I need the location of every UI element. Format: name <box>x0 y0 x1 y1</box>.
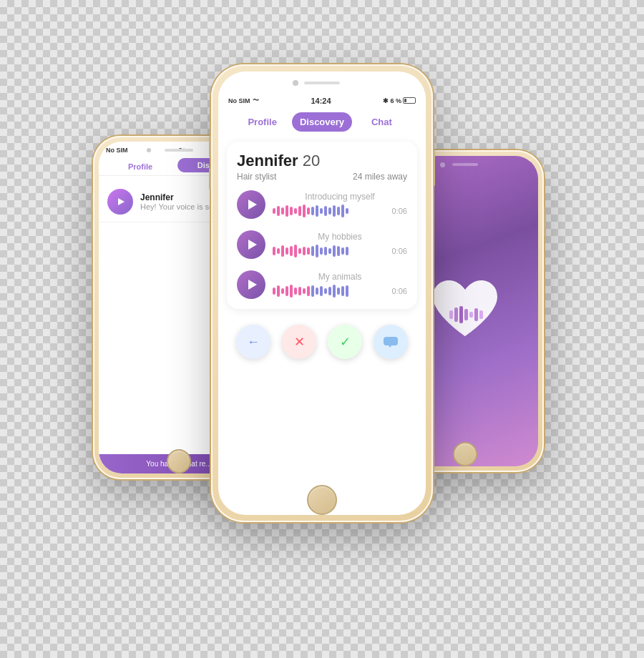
svg-rect-3 <box>454 308 458 322</box>
carrier-center: No SIM 〜 <box>228 96 259 105</box>
svg-rect-2 <box>449 310 453 319</box>
play-btn-3[interactable] <box>237 270 265 299</box>
profile-name: Jennifer <box>237 152 298 170</box>
volume-up-btn[interactable] <box>91 193 93 211</box>
phones-container: No SIM 〜 14:25 Profile Discovery Jennife… <box>79 21 565 637</box>
profile-sub: Hair stylist 24 miles away <box>237 172 407 182</box>
profile-header: Jennifer 20 Hair stylist 24 miles away <box>237 152 407 182</box>
profile-name-line: Jennifer 20 <box>237 152 407 170</box>
waveform-2: 0:06 <box>273 245 407 257</box>
svg-rect-0 <box>384 337 398 345</box>
tab-profile-center[interactable]: Profile <box>233 112 292 134</box>
power-btn-right[interactable] <box>544 207 546 236</box>
audio-duration-2: 0:06 <box>392 247 407 255</box>
home-btn-center[interactable] <box>307 485 337 515</box>
profile-card: Jennifer 20 Hair stylist 24 miles away I… <box>227 142 417 309</box>
audio-info-1: Introducing myself <box>273 192 407 217</box>
profile-job: Hair stylist <box>237 172 276 182</box>
carrier-left: No SIM <box>106 147 128 154</box>
svg-rect-4 <box>459 306 463 323</box>
home-btn-left[interactable] <box>167 449 191 473</box>
speaker-right <box>452 163 478 166</box>
waveform-1: 0:06 <box>273 205 407 217</box>
audio-label-2: My hobbies <box>273 232 407 242</box>
svg-rect-5 <box>464 309 468 320</box>
heart-logo <box>429 279 501 343</box>
accept-button[interactable]: ✓ <box>328 325 362 359</box>
audio-info-2: My hobbies <box>273 232 407 257</box>
svg-rect-6 <box>469 312 473 318</box>
play-btn-2[interactable] <box>237 230 265 259</box>
volume-down-center[interactable] <box>209 168 211 190</box>
svg-rect-8 <box>479 310 483 319</box>
audio-duration-3: 0:06 <box>392 287 407 295</box>
status-bar-center: No SIM 〜 14:24 ✱ 6 % <box>218 92 426 108</box>
volume-up-center[interactable] <box>209 136 211 157</box>
audio-track-2: My hobbies <box>237 230 407 259</box>
back-button[interactable]: ← <box>236 325 270 359</box>
audio-duration-1: 0:06 <box>392 207 407 215</box>
action-buttons-row: ← ✕ ✓ <box>218 316 426 365</box>
volume-down-btn[interactable] <box>91 218 93 236</box>
tab-discovery-center[interactable]: Discovery <box>292 112 351 132</box>
battery-center: ✱ 6 % <box>383 97 416 104</box>
battery-icon-center <box>403 97 416 104</box>
audio-track-3: My animals <box>237 270 407 299</box>
profile-distance: 24 miles away <box>353 172 407 182</box>
camera-center <box>293 80 298 86</box>
play-btn-1[interactable] <box>237 190 265 219</box>
audio-info-3: My animals <box>273 272 407 298</box>
reject-button[interactable]: ✕ <box>282 325 316 359</box>
nav-tabs-center: Profile Discovery Chat <box>225 109 419 134</box>
phone-center-screen: No SIM 〜 14:24 ✱ 6 % Profile Di <box>218 72 426 515</box>
time-center: 14:24 <box>311 97 331 105</box>
svg-marker-1 <box>389 345 391 348</box>
speaker-left <box>165 149 193 152</box>
audio-track-1: Introducing myself <box>237 190 407 219</box>
svg-rect-7 <box>474 308 478 321</box>
audio-label-3: My animals <box>273 272 407 282</box>
camera-right <box>440 162 445 167</box>
tab-chat-center[interactable]: Chat <box>352 112 411 134</box>
tab-profile-left[interactable]: Profile <box>103 158 177 175</box>
phone-center: No SIM 〜 14:24 ✱ 6 % Profile Di <box>211 64 433 522</box>
chat-avatar <box>107 189 133 215</box>
speaker-center <box>304 82 340 84</box>
home-btn-right[interactable] <box>453 442 477 466</box>
wifi-center-icon: 〜 <box>253 96 259 105</box>
audio-label-1: Introducing myself <box>273 192 407 202</box>
super-button[interactable] <box>374 325 408 359</box>
power-btn-center[interactable] <box>433 150 435 186</box>
waveform-3: 0:06 <box>273 285 407 298</box>
speech-icon <box>383 336 399 348</box>
profile-age: 20 <box>303 152 320 170</box>
heart-logo-container <box>429 279 501 343</box>
